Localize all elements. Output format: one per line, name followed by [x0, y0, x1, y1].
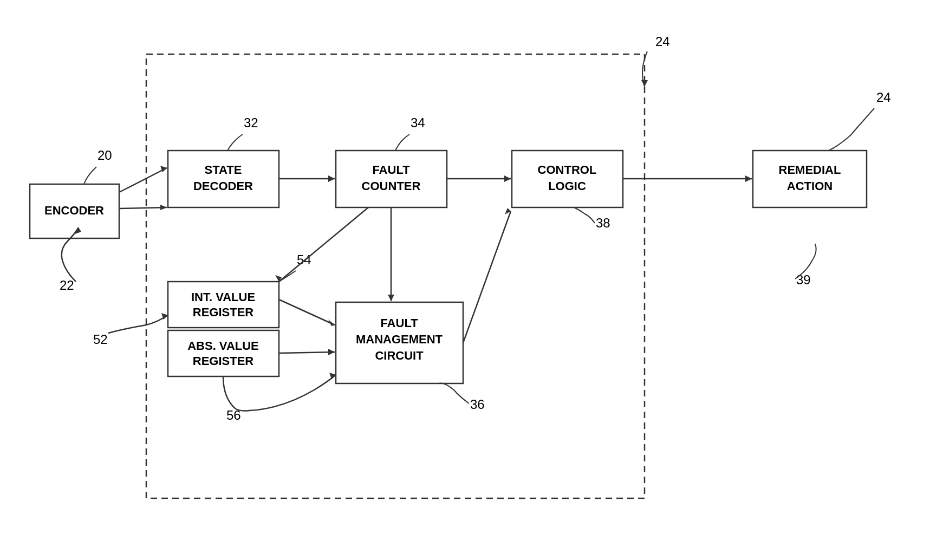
int-value-register-box	[168, 282, 279, 328]
abs-value-label1: ABS. VALUE	[187, 339, 259, 353]
remedial-action-label1: REMEDIAL	[779, 163, 841, 177]
control-logic-label1: CONTROL	[538, 163, 597, 177]
svg-line-3	[119, 207, 167, 209]
svg-marker-18	[328, 349, 335, 355]
ref-24: 24	[655, 34, 670, 49]
ref-52: 52	[93, 332, 108, 347]
control-logic-label2: LOGIC	[548, 179, 586, 193]
svg-marker-8	[328, 175, 335, 182]
state-decoder-label2: DECODER	[193, 179, 253, 193]
int-value-label2: REGISTER	[193, 305, 254, 319]
fault-counter-label2: COUNTER	[362, 179, 421, 193]
svg-line-1	[119, 168, 167, 192]
svg-marker-4	[160, 205, 167, 210]
ref-36: 36	[470, 397, 485, 412]
ref-20: 20	[97, 148, 112, 162]
svg-marker-12	[745, 175, 752, 182]
ref-38: 38	[596, 216, 610, 230]
fault-counter-label1: FAULT	[372, 163, 410, 177]
ref-34: 34	[411, 115, 425, 130]
svg-marker-0	[641, 80, 648, 87]
abs-value-register-box	[168, 330, 279, 376]
ref-22: 22	[60, 278, 74, 292]
ref-32: 32	[244, 115, 258, 130]
fault-mgmt-label3: CIRCUIT	[375, 349, 424, 362]
svg-marker-14	[388, 295, 394, 301]
ref-24-label: 24	[876, 90, 891, 105]
fault-mgmt-label1: FAULT	[380, 316, 418, 330]
main-circuit-boundary	[146, 54, 645, 498]
svg-line-21	[463, 211, 511, 343]
svg-line-17	[279, 352, 335, 353]
svg-line-19	[279, 207, 368, 282]
encoder-label: ENCODER	[44, 204, 104, 217]
remedial-action-label2: ACTION	[787, 179, 833, 193]
state-decoder-label1: STATE	[205, 163, 242, 177]
int-value-label1: INT. VALUE	[191, 290, 255, 304]
ref-39: 39	[796, 272, 811, 287]
diagram-container: 24 ENCODER 20 STATE DECODER 32 FAULT COU…	[0, 0, 943, 560]
abs-value-label2: REGISTER	[193, 354, 254, 368]
svg-marker-10	[504, 175, 511, 182]
fault-mgmt-label2: MANAGEMENT	[356, 333, 443, 346]
svg-line-15	[279, 299, 335, 325]
